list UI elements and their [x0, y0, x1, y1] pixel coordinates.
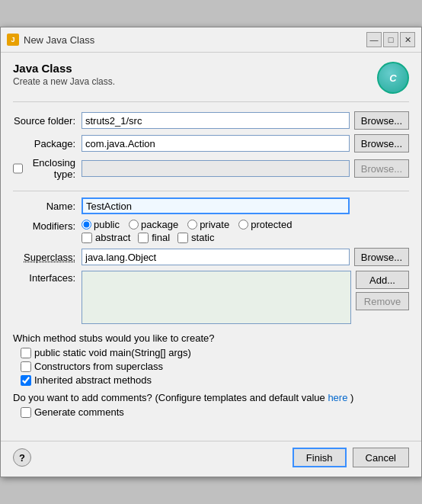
- constructors-text: Constructors from superclass: [34, 361, 163, 372]
- package-radio-label[interactable]: package: [129, 219, 178, 230]
- superclass-label: Superclass:: [13, 252, 82, 263]
- window-controls: — □ ✕: [366, 32, 415, 47]
- modifiers-label: Modifiers:: [13, 219, 82, 232]
- footer-left: ?: [13, 448, 31, 467]
- remove-button[interactable]: Remove: [356, 292, 409, 310]
- constructors-checkbox[interactable]: [21, 361, 31, 372]
- stubs-title: Which method stubs would you like to cre…: [13, 332, 409, 344]
- abstract-checkbox[interactable]: [82, 233, 92, 243]
- final-checkbox-label[interactable]: final: [138, 232, 170, 243]
- window-icon: J: [7, 34, 19, 46]
- access-modifier-group: public package private protected: [82, 219, 350, 230]
- protected-label: protected: [251, 219, 292, 230]
- main-method-text: public static void main(String[] args): [34, 347, 191, 358]
- package-label: package: [141, 219, 178, 230]
- source-folder-input[interactable]: [82, 112, 350, 129]
- abstract-checkbox-label[interactable]: abstract: [82, 232, 130, 243]
- private-label: private: [200, 219, 229, 230]
- dialog-window: J New Java Class — □ ✕ Java Class Create…: [0, 27, 422, 477]
- spacer: [13, 185, 409, 191]
- package-browse-button[interactable]: Browse...: [354, 134, 409, 152]
- source-folder-browse-button[interactable]: Browse...: [354, 111, 409, 130]
- name-label: Name:: [13, 201, 82, 212]
- main-method-label[interactable]: public static void main(String[] args): [21, 347, 409, 358]
- enclosing-row: Enclosing type: Browse...: [13, 157, 409, 180]
- abstract-label: abstract: [95, 232, 130, 243]
- enclosing-checkbox-container: Enclosing type:: [13, 157, 82, 180]
- name-row: Name:: [13, 197, 409, 214]
- cancel-button[interactable]: Cancel: [353, 448, 409, 467]
- superclass-row: Superclass: Browse...: [13, 248, 409, 266]
- public-radio-label[interactable]: public: [82, 219, 120, 230]
- final-checkbox[interactable]: [138, 233, 149, 243]
- superclass-browse-button[interactable]: Browse...: [354, 248, 409, 266]
- interfaces-buttons: Add... Remove: [356, 271, 409, 310]
- static-checkbox[interactable]: [177, 233, 188, 243]
- enclosing-label: Enclosing type:: [26, 157, 75, 180]
- modifiers-content: public package private protected: [82, 219, 350, 243]
- enclosing-checkbox-label[interactable]: Enclosing type:: [13, 157, 75, 180]
- protected-radio[interactable]: [238, 220, 248, 230]
- modifiers-row: Modifiers: public package private: [13, 219, 409, 243]
- minimize-button[interactable]: —: [366, 32, 382, 47]
- static-label: static: [191, 232, 214, 243]
- title-bar: J New Java Class — □ ✕: [1, 27, 421, 53]
- final-label: final: [152, 232, 170, 243]
- name-input[interactable]: [82, 197, 350, 214]
- header-text: Java Class Create a new Java class.: [13, 62, 115, 87]
- enclosing-browse-button[interactable]: Browse...: [354, 159, 409, 178]
- add-button[interactable]: Add...: [356, 271, 409, 289]
- stubs-section: Which method stubs would you like to cre…: [13, 332, 409, 386]
- public-label: public: [94, 219, 120, 230]
- public-radio[interactable]: [82, 220, 91, 230]
- comments-title-end: ): [350, 392, 353, 403]
- protected-radio-label[interactable]: protected: [238, 219, 292, 230]
- package-input[interactable]: [82, 135, 350, 152]
- main-method-checkbox[interactable]: [21, 348, 31, 358]
- superclass-input[interactable]: [82, 249, 350, 265]
- help-button[interactable]: ?: [13, 448, 31, 467]
- interfaces-content: [82, 271, 351, 326]
- comments-section: Do you want to add comments? (Configure …: [13, 392, 409, 418]
- package-radio[interactable]: [129, 220, 139, 230]
- comments-options: Generate comments: [13, 406, 409, 418]
- interfaces-row: Interfaces: Add... Remove: [13, 271, 409, 326]
- generate-comments-checkbox[interactable]: [21, 407, 31, 418]
- name-content: [82, 197, 350, 214]
- enclosing-checkbox[interactable]: [13, 163, 23, 174]
- superclass-content: [82, 249, 350, 265]
- dialog-title: Java Class: [13, 62, 115, 75]
- enclosing-input[interactable]: [82, 160, 350, 177]
- package-label: Package:: [13, 138, 82, 149]
- close-button[interactable]: ✕: [400, 32, 415, 47]
- interfaces-textarea[interactable]: [82, 271, 351, 324]
- comments-title-text: Do you want to add comments? (Configure …: [13, 392, 325, 403]
- constructors-label[interactable]: Constructors from superclass: [21, 361, 409, 372]
- private-radio[interactable]: [187, 220, 197, 230]
- title-bar-left: J New Java Class: [7, 34, 94, 46]
- private-radio-label[interactable]: private: [187, 219, 229, 230]
- source-folder-content: [82, 112, 350, 129]
- window-title: New Java Class: [24, 34, 94, 46]
- package-row: Package: Browse...: [13, 134, 409, 152]
- stubs-options: public static void main(String[] args) C…: [13, 347, 409, 386]
- inherited-abstract-checkbox[interactable]: [21, 375, 31, 386]
- divider: [13, 191, 409, 191]
- finish-button[interactable]: Finish: [293, 448, 347, 467]
- maximize-button[interactable]: □: [383, 32, 398, 47]
- comments-title: Do you want to add comments? (Configure …: [13, 392, 409, 403]
- header-section: Java Class Create a new Java class. C: [13, 62, 409, 102]
- java-logo: C: [377, 62, 409, 94]
- inherited-abstract-label[interactable]: Inherited abstract methods: [21, 374, 409, 386]
- generate-comments-label[interactable]: Generate comments: [21, 406, 409, 418]
- comments-link[interactable]: here: [328, 392, 347, 403]
- generate-comments-text: Generate comments: [34, 406, 124, 418]
- dialog-subtitle: Create a new Java class.: [13, 76, 115, 87]
- enclosing-content: [82, 160, 350, 177]
- source-folder-row: Source folder: Browse...: [13, 111, 409, 130]
- package-content: [82, 135, 350, 152]
- inherited-abstract-text: Inherited abstract methods: [34, 374, 152, 386]
- other-modifiers-group: abstract final static: [82, 232, 350, 243]
- source-folder-label: Source folder:: [13, 115, 82, 127]
- static-checkbox-label[interactable]: static: [177, 232, 214, 243]
